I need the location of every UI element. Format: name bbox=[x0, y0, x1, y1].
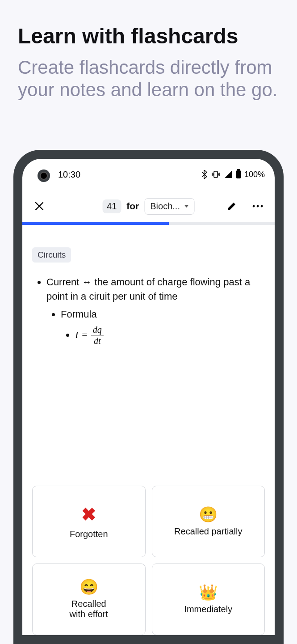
grimace-emoji-icon: 😬 bbox=[199, 507, 218, 522]
status-icons: 100% bbox=[201, 170, 265, 179]
answer-forgotten-button[interactable]: ✖ Forgotten bbox=[32, 486, 146, 557]
pencil-icon bbox=[227, 201, 237, 211]
bluetooth-icon bbox=[201, 170, 208, 179]
answer-label: Recalled partially bbox=[174, 526, 242, 537]
deck-select[interactable]: Bioch... bbox=[144, 198, 195, 215]
answer-grid: ✖ Forgotten 😬 Recalled partially 😄 Recal… bbox=[32, 486, 265, 635]
app-bar: 41 for Bioch... bbox=[22, 190, 275, 222]
phone-frame: 10:30 100% 41 for bbox=[13, 150, 284, 644]
cross-icon: ✖ bbox=[81, 504, 96, 525]
formula-eq: = bbox=[82, 328, 87, 342]
close-button[interactable] bbox=[30, 197, 48, 215]
card-count-badge: 41 bbox=[102, 199, 121, 213]
svg-point-7 bbox=[253, 205, 255, 208]
status-bar: 10:30 100% bbox=[22, 159, 275, 190]
svg-point-8 bbox=[257, 205, 259, 208]
smile-emoji-icon: 😄 bbox=[79, 579, 98, 594]
answer-partial-button[interactable]: 😬 Recalled partially bbox=[152, 486, 265, 557]
progress-bar bbox=[22, 222, 275, 225]
bullet-formula: I = dq dt bbox=[75, 325, 265, 345]
formula-I: I bbox=[75, 328, 78, 342]
chevron-down-icon bbox=[184, 205, 189, 208]
phone-screen: 10:30 100% 41 for bbox=[22, 159, 275, 635]
phone-mock: 10:30 100% 41 for bbox=[13, 150, 284, 644]
for-label: for bbox=[126, 201, 139, 212]
progress-fill bbox=[22, 222, 169, 225]
battery-percent: 100% bbox=[244, 170, 265, 179]
answer-label: Recalled with effort bbox=[70, 599, 108, 619]
crown-emoji-icon: 👑 bbox=[199, 585, 218, 600]
flashcard-body: Circuits Current ↔ the amount of charge … bbox=[22, 239, 275, 635]
card-content: Current ↔ the amount of charge flowing p… bbox=[32, 275, 265, 345]
svg-point-9 bbox=[261, 205, 263, 208]
svg-rect-0 bbox=[214, 171, 218, 178]
answer-label: Forgotten bbox=[70, 529, 108, 539]
answer-label: Immediately bbox=[184, 604, 232, 614]
marketing-subhead: Create flashcards directly from your not… bbox=[18, 56, 279, 102]
battery-icon bbox=[236, 170, 241, 178]
close-icon bbox=[34, 201, 44, 211]
vibrate-icon bbox=[211, 170, 220, 178]
marketing-headline: Learn with flashcards bbox=[18, 25, 279, 48]
edit-button[interactable] bbox=[223, 197, 241, 215]
bullet-definition: Current ↔ the amount of charge flowing p… bbox=[46, 275, 265, 304]
answer-effort-button[interactable]: 😄 Recalled with effort bbox=[32, 564, 146, 635]
topic-tag: Circuits bbox=[32, 247, 71, 263]
bullet-formula-label: Formula bbox=[61, 307, 265, 322]
status-time: 10:30 bbox=[58, 169, 80, 180]
more-button[interactable] bbox=[249, 197, 267, 215]
answer-immediately-button[interactable]: 👑 Immediately bbox=[152, 564, 265, 635]
formula-denominator: dt bbox=[94, 335, 101, 345]
more-horizontal-icon bbox=[252, 205, 263, 208]
formula-numerator: dq bbox=[91, 325, 104, 335]
signal-icon bbox=[225, 171, 232, 178]
deck-selected-label: Bioch... bbox=[150, 201, 180, 212]
